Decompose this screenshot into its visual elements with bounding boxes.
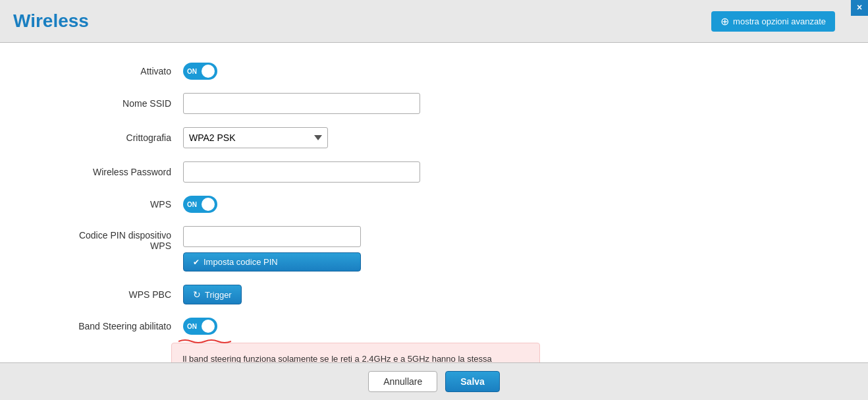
toggle-slider [183,63,217,80]
wireless-password-group: Wireless Password [0,161,868,183]
band-steering-alert-text: Il band steering funziona solamente se l… [182,354,498,362]
advanced-options-label: mostra opzioni avanzate [733,16,826,26]
wireless-password-label: Wireless Password [26,167,171,177]
trigger-button[interactable]: Trigger [183,285,242,304]
band-steering-label: Band Steering abilitato [26,321,171,331]
wps-toggle-slider [183,196,217,213]
wps-pbc-label: WPS PBC [26,289,171,300]
modal-header: Wireless mostra opzioni avanzate × [0,0,868,43]
modal-footer: Annullare Salva [0,362,868,400]
band-steering-toggle[interactable]: ON [183,318,217,335]
imposta-pin-button[interactable]: Imposta codice PIN [183,252,361,271]
wps-toggle[interactable]: ON [183,196,217,213]
close-button[interactable]: × [851,0,868,16]
page-title: Wireless [13,11,89,32]
imposta-pin-label: Imposta codice PIN [203,257,278,267]
crittografia-group: Crittografia WPA2 PSK WPA PSK WEP Nessun… [0,127,868,148]
wps-group: WPS ON [0,196,868,213]
codice-pin-input[interactable] [183,226,361,247]
modal-wrapper: Wireless mostra opzioni avanzate × Attiv… [0,0,868,400]
squiggle-decoration [178,339,231,344]
band-steering-group: Band Steering abilitato ON [0,318,868,335]
wireless-password-input[interactable] [183,161,420,183]
pin-inputs: Imposta codice PIN [183,226,361,271]
advanced-options-button[interactable]: mostra opzioni avanzate [711,11,835,32]
band-steering-slider [183,318,217,335]
cancel-button[interactable]: Annullare [368,371,437,392]
modal-body: Attivato ON Nome SSID Crittografia WPA2 … [0,43,868,362]
codice-pin-label: Codice PIN dispositivo WPS [26,226,171,251]
band-steering-alert: Il band steering funziona solamente se l… [171,343,540,362]
attivato-label: Attivato [26,66,171,76]
close-icon: × [857,2,862,13]
nome-ssid-label: Nome SSID [26,98,171,109]
nome-ssid-group: Nome SSID [0,93,868,114]
attivato-group: Attivato ON [0,63,868,80]
crittografia-select[interactable]: WPA2 PSK WPA PSK WEP Nessuna [183,127,328,148]
codice-pin-group: Codice PIN dispositivo WPS Imposta codic… [0,226,868,271]
trigger-label: Trigger [205,290,232,300]
crittografia-label: Crittografia [26,132,171,143]
nome-ssid-input[interactable] [183,93,420,114]
wps-pbc-group: WPS PBC Trigger [0,285,868,304]
attivato-toggle[interactable]: ON [183,63,217,80]
save-button[interactable]: Salva [445,371,500,392]
check-icon [193,257,200,267]
wps-label: WPS [26,199,171,210]
refresh-icon [193,289,201,300]
